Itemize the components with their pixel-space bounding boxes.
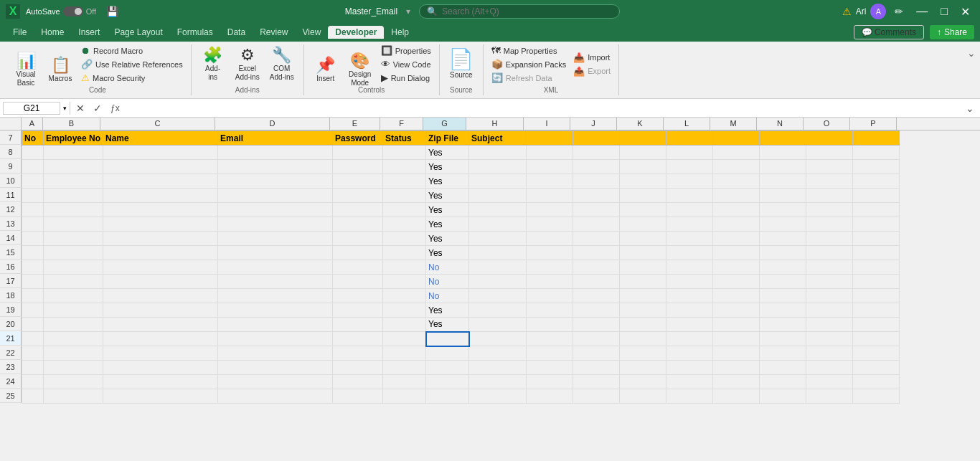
view-code-button[interactable]: 👁 View Code	[379, 58, 433, 70]
cell-p23[interactable]	[853, 361, 900, 375]
col-header-c[interactable]: C	[100, 118, 215, 130]
cell-o20[interactable]	[806, 318, 853, 332]
cell-j20[interactable]	[573, 318, 620, 332]
cell-h18[interactable]	[469, 289, 527, 303]
cell-o9[interactable]	[806, 160, 853, 174]
cell-d8[interactable]	[218, 146, 333, 160]
cell-m23[interactable]	[713, 361, 760, 375]
cell-i9[interactable]	[527, 160, 573, 174]
cell-f9[interactable]	[383, 160, 426, 174]
minimize-button[interactable]: —	[912, 4, 932, 19]
cell-f17[interactable]	[383, 275, 426, 289]
cell-e25[interactable]	[333, 389, 383, 404]
cell-n12[interactable]	[760, 203, 806, 217]
save-button[interactable]: 💾	[102, 4, 123, 19]
cell-b19[interactable]	[44, 303, 103, 318]
cell-i21[interactable]	[527, 332, 573, 346]
export-button[interactable]: 📤 Export	[571, 65, 613, 77]
cell-a16[interactable]	[22, 260, 44, 275]
col-header-j[interactable]: J	[570, 118, 617, 130]
cell-c16[interactable]	[103, 260, 218, 275]
row-num-11[interactable]: 11	[0, 188, 22, 202]
cell-l9[interactable]	[666, 160, 713, 174]
cell-i22[interactable]	[527, 346, 573, 361]
cell-e8[interactable]	[333, 146, 383, 160]
cell-c19[interactable]	[103, 303, 218, 318]
cell-c24[interactable]	[103, 375, 218, 389]
cell-p24[interactable]	[853, 375, 900, 389]
cell-p9[interactable]	[853, 160, 900, 174]
cell-n22[interactable]	[760, 346, 806, 361]
cell-h9[interactable]	[469, 160, 527, 174]
col-header-h[interactable]: H	[466, 118, 524, 130]
cell-b7[interactable]: Employee No	[44, 131, 103, 146]
cell-e9[interactable]	[333, 160, 383, 174]
cell-g21[interactable]	[426, 332, 469, 346]
cell-j22[interactable]	[573, 346, 620, 361]
cell-e24[interactable]	[333, 375, 383, 389]
cell-d19[interactable]	[218, 303, 333, 318]
design-mode-button[interactable]: 🎨 DesignMode	[344, 52, 376, 89]
cell-n25[interactable]	[760, 389, 806, 404]
cell-l17[interactable]	[666, 275, 713, 289]
cell-l14[interactable]	[666, 232, 713, 246]
cell-e21[interactable]	[333, 332, 383, 346]
col-header-a[interactable]: A	[22, 118, 43, 130]
search-input[interactable]	[442, 6, 600, 16]
cell-d17[interactable]	[218, 275, 333, 289]
row-num-9[interactable]: 9	[0, 159, 22, 174]
tab-developer[interactable]: Developer	[328, 26, 384, 39]
cell-f20[interactable]	[383, 318, 426, 332]
cell-o21[interactable]	[806, 332, 853, 346]
cell-g15[interactable]: Yes	[426, 246, 469, 260]
close-button[interactable]: ✕	[956, 4, 974, 20]
col-header-b[interactable]: B	[43, 118, 100, 130]
cell-l13[interactable]	[666, 217, 713, 232]
cell-n9[interactable]	[760, 160, 806, 174]
cell-m7[interactable]	[713, 131, 760, 146]
col-header-n[interactable]: N	[757, 118, 804, 130]
edit-icon[interactable]: ✏	[890, 4, 908, 19]
cell-l16[interactable]	[666, 260, 713, 275]
cell-b24[interactable]	[44, 375, 103, 389]
cell-m14[interactable]	[713, 232, 760, 246]
cell-m17[interactable]	[713, 275, 760, 289]
search-bar[interactable]: 🔍	[419, 4, 620, 19]
cell-j17[interactable]	[573, 275, 620, 289]
cell-h7[interactable]: Subject	[469, 131, 527, 146]
cell-c22[interactable]	[103, 346, 218, 361]
cell-i8[interactable]	[527, 146, 573, 160]
row-num-19[interactable]: 19	[0, 303, 22, 317]
cell-i16[interactable]	[527, 260, 573, 275]
cell-f25[interactable]	[383, 389, 426, 404]
cell-k14[interactable]	[620, 232, 666, 246]
cell-n19[interactable]	[760, 303, 806, 318]
com-add-ins-button[interactable]: 🔧 COMAdd-ins	[266, 46, 298, 83]
cell-o14[interactable]	[806, 232, 853, 246]
cell-a10[interactable]	[22, 174, 44, 189]
visual-basic-button[interactable]: 📊 VisualBasic	[10, 52, 42, 89]
record-macro-button[interactable]: ⏺ Record Macro	[79, 44, 185, 57]
cell-m19[interactable]	[713, 303, 760, 318]
tab-view[interactable]: View	[296, 26, 329, 39]
cell-e12[interactable]	[333, 203, 383, 217]
cell-m18[interactable]	[713, 289, 760, 303]
cell-m11[interactable]	[713, 189, 760, 203]
cell-p15[interactable]	[853, 246, 900, 260]
cell-a19[interactable]	[22, 303, 44, 318]
cell-k25[interactable]	[620, 389, 666, 404]
cell-n17[interactable]	[760, 275, 806, 289]
cell-b12[interactable]	[44, 203, 103, 217]
row-num-8[interactable]: 8	[0, 145, 22, 159]
cell-g18[interactable]: No	[426, 289, 469, 303]
cell-j25[interactable]	[573, 389, 620, 404]
cell-f15[interactable]	[383, 246, 426, 260]
cell-a8[interactable]	[22, 146, 44, 160]
cell-c23[interactable]	[103, 361, 218, 375]
cell-p13[interactable]	[853, 217, 900, 232]
macro-security-button[interactable]: ⚠ Macro Security	[79, 72, 185, 84]
cell-p18[interactable]	[853, 289, 900, 303]
cell-h17[interactable]	[469, 275, 527, 289]
cell-p22[interactable]	[853, 346, 900, 361]
cell-k22[interactable]	[620, 346, 666, 361]
